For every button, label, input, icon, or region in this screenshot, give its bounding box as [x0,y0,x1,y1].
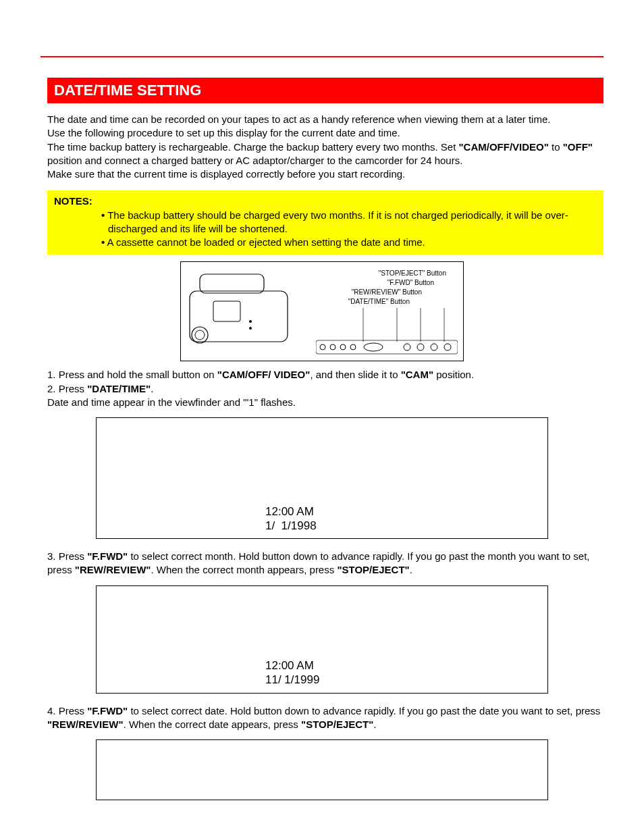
notes-item-2: • A cassette cannot be loaded or ejected… [101,236,597,249]
notes-box: NOTES: • The backup battery should be ch… [47,190,603,255]
svg-point-3 [195,330,205,340]
step-2-line-2: Date and time appear in the viewfinder a… [47,396,603,409]
svg-point-13 [330,344,336,350]
svg-rect-4 [213,301,240,321]
intro-line-3: The time backup battery is rechargeable.… [47,140,603,168]
label-rew-review: "REW/REVIEW" Button [348,288,446,297]
svg-point-6 [249,327,252,330]
step-3: 3. Press "F.FWD" to select correct month… [47,550,603,577]
section-title: DATE/TIME SETTING [54,82,201,99]
svg-point-2 [192,327,208,343]
svg-rect-11 [316,340,458,354]
svg-point-5 [249,320,252,323]
diagram-button-panel [316,308,458,355]
diagram-labels: "STOP/EJECT" Button "F.FWD" Button "REW/… [348,269,446,307]
label-date-time: "DATE/TIME" Button [348,297,446,307]
viewfinder-2-text: 12:00 AM 11/ 1/1999 [265,658,319,687]
intro-line-4: Make sure that the current time is displ… [47,167,603,181]
step-2: 2. Press "DATE/TIME". [47,382,603,396]
notes-item-1: • The backup battery should be charged e… [101,209,597,236]
step-4: 4. Press "F.FWD" to select correct date.… [47,704,603,732]
svg-point-17 [404,344,410,350]
svg-point-18 [417,344,424,350]
intro-line-1: The date and time can be recorded on you… [47,113,603,126]
svg-point-16 [364,343,383,351]
svg-point-15 [350,344,356,350]
svg-point-20 [444,344,451,350]
notes-title: NOTES: [54,194,597,208]
viewfinder-1-text: 12:00 AM 1/ 1/1998 [265,504,317,533]
label-ffwd: "F.FWD" Button [348,278,446,288]
svg-rect-1 [200,274,264,293]
svg-point-14 [340,344,346,350]
viewfinder-1: 12:00 AM 1/ 1/1998 [96,417,548,539]
viewfinder-3 [96,739,548,800]
section-header: DATE/TIME SETTING [47,78,603,103]
top-red-rule [41,30,603,57]
step-1-2: 1. Press and hold the small button on "C… [47,368,603,409]
notes-list: • The backup battery should be charged e… [54,209,597,250]
intro-line-2: Use the following procedure to set up th… [47,126,603,140]
camcorder-illustration [186,267,298,354]
svg-point-19 [431,344,437,350]
svg-point-12 [320,344,325,350]
camcorder-diagram: "STOP/EJECT" Button "F.FWD" Button "REW/… [180,261,464,361]
intro-paragraph: The date and time can be recorded on you… [47,113,603,181]
label-stop-eject: "STOP/EJECT" Button [348,269,446,278]
viewfinder-2: 12:00 AM 11/ 1/1999 [96,585,548,694]
step-1: 1. Press and hold the small button on "C… [47,368,603,382]
